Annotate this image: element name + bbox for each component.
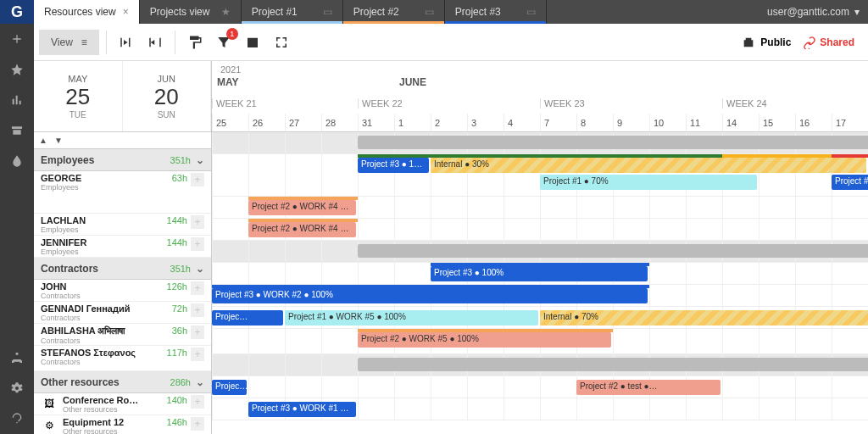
tab-bar: Resources view×Projects view★Project #1▭… [34, 0, 868, 24]
add-task-icon[interactable]: + [191, 326, 204, 339]
gantt-row[interactable]: Projec…Project #2 ● test ●… [212, 376, 868, 398]
add-task-icon[interactable]: + [191, 173, 204, 186]
task-bar[interactable]: Project #1 ● WORK #5 ● 100% [285, 310, 538, 326]
resource-row[interactable]: 🖼Conference Ro…Other resources140h+ [34, 393, 211, 415]
date-to[interactable]: JUN 20 SUN [123, 61, 212, 131]
org-icon[interactable] [0, 342, 34, 373]
archive-icon[interactable] [0, 115, 34, 146]
resource-group: Employees [41, 248, 86, 256]
public-toggle[interactable]: Public [742, 36, 791, 49]
indent-left-icon[interactable] [114, 30, 139, 55]
tab-label: Projects view [150, 6, 210, 18]
group-header[interactable]: Employees351h⌄ [34, 149, 211, 171]
gantt-row[interactable]: Project #2 ● WORK #5 ● 100% [212, 329, 868, 354]
note-icon[interactable]: ▭ [323, 6, 332, 18]
task-bar[interactable]: Project #2 ● test ●… [576, 380, 721, 395]
help-icon[interactable] [0, 403, 34, 434]
date-from[interactable]: MAY 25 TUE [34, 61, 123, 131]
view-button[interactable]: View ≡ [39, 30, 99, 55]
settings-icon[interactable] [0, 373, 34, 403]
tab[interactable]: Project #3▭ [445, 0, 547, 24]
task-bar[interactable]: Project #2 ● WORK #5 ● 100% [358, 332, 611, 348]
date-range[interactable]: MAY 25 TUE JUN 20 SUN [34, 61, 211, 132]
tab-label: Resources view [44, 6, 116, 18]
gantt-row[interactable]: Project #2 ● WORK #4 … [212, 219, 868, 241]
timeline-header: 2021 MAYJUNE WEEK 21WEEK 22WEEK 23WEEK 2… [212, 61, 868, 132]
task-bar[interactable]: Project #3 ● 1… [358, 158, 429, 173]
resource-row[interactable]: GENNADI ГеннадийContractors72h+ [34, 302, 211, 324]
chevron-down-icon[interactable]: ⌄ [196, 154, 204, 166]
add-task-icon[interactable]: + [191, 417, 204, 431]
tab[interactable]: Projects view★ [140, 0, 242, 24]
fullscreen-icon[interactable] [269, 30, 294, 55]
resource-row[interactable]: LACHLANEmployees144h+ [34, 214, 211, 236]
task-bar[interactable]: Projec… [212, 310, 283, 326]
drop-icon[interactable] [0, 146, 34, 176]
star-icon[interactable] [0, 54, 34, 85]
resource-row[interactable]: JENNIFEREmployees144h+ [34, 236, 211, 258]
day-label: 10 [649, 114, 686, 131]
week-label: WEEK 21 [212, 98, 257, 108]
note-icon[interactable]: ▭ [425, 6, 434, 18]
day-label: 8 [576, 114, 613, 131]
add-task-icon[interactable]: + [191, 303, 204, 317]
user-menu[interactable]: user@ganttic.com▾ [759, 0, 868, 24]
tab[interactable]: Resources view× [34, 0, 140, 24]
group-header[interactable]: Contractors351h⌄ [34, 258, 211, 280]
add-task-icon[interactable]: + [191, 348, 204, 361]
chart-icon[interactable] [0, 85, 34, 115]
resource-name: Conference Ro… [63, 395, 138, 405]
tab[interactable]: Project #1▭ [242, 0, 343, 24]
task-bar[interactable]: Project #3 ● 80% [832, 175, 868, 190]
resource-hours: 72h [172, 303, 187, 314]
gantt-row[interactable]: Projec…Project #1 ● WORK #5 ● 100%Intern… [212, 307, 868, 329]
task-bar[interactable]: Project #3 ● 100% [431, 266, 648, 281]
gantt-row[interactable]: Project #2 ● WORK #4 … [212, 197, 868, 219]
task-bar[interactable]: Internal ● 30% [431, 158, 866, 173]
resource-row[interactable]: STEFANOS ΣτεφανοςContractors117h+ [34, 346, 211, 371]
shared-link[interactable]: Shared [803, 36, 854, 49]
task-bar[interactable]: Project #3 ● WORK #1 … [248, 402, 356, 417]
resource-name: Equipment 12 [63, 417, 124, 427]
filter-icon[interactable]: 1 [211, 30, 236, 55]
add-icon[interactable] [0, 24, 34, 54]
gantt-row[interactable]: Project #3 ● 100% [212, 263, 868, 285]
resource-row[interactable]: GEORGEEmployees63h+ [34, 171, 211, 214]
close-icon[interactable]: × [123, 6, 129, 18]
note-icon[interactable]: ▭ [526, 6, 536, 18]
task-bar[interactable]: Projec… [212, 380, 247, 395]
gantt-row[interactable]: Project #3 ● WORK #2 ● 100% [212, 285, 868, 307]
add-task-icon[interactable]: + [191, 281, 204, 295]
day-label: 4 [504, 114, 540, 131]
gantt-row[interactable]: Project #3 ● WORK #1 … [212, 398, 868, 420]
group-header[interactable]: Other resources286h⌄ [34, 371, 211, 393]
task-bar[interactable]: Project #2 ● WORK #4 … [248, 222, 356, 237]
add-task-icon[interactable]: + [191, 395, 204, 409]
calendar-icon[interactable] [240, 30, 265, 55]
indent-right-icon[interactable] [142, 30, 168, 55]
app-logo[interactable]: G [0, 0, 34, 24]
chevron-down-icon[interactable]: ⌄ [196, 263, 204, 275]
tab[interactable]: Project #2▭ [343, 0, 445, 24]
gantt-chart[interactable]: 2021 MAYJUNE WEEK 21WEEK 22WEEK 23WEEK 2… [212, 61, 868, 434]
task-bar[interactable]: Project #2 ● WORK #4 … [248, 200, 356, 215]
paint-icon[interactable] [182, 30, 208, 55]
resource-row[interactable]: ABHILASHA अभिलाषाContractors36h+ [34, 324, 211, 346]
add-task-icon[interactable]: + [191, 237, 204, 251]
resource-group: Employees [41, 183, 81, 192]
task-bar[interactable]: Project #3 ● WORK #2 ● 100% [212, 288, 648, 303]
sort-up-icon[interactable]: ▲ [39, 136, 47, 145]
add-task-icon[interactable]: + [191, 215, 204, 229]
resource-row[interactable]: JOHNContractors126h+ [34, 280, 211, 302]
resource-row[interactable]: ⚙Equipment 12Other resources146h+ [34, 415, 211, 434]
gantt-row[interactable]: Project #3 ● 1…Internal ● 30%Project #1 … [212, 154, 868, 197]
chevron-down-icon[interactable]: ⌄ [196, 376, 204, 388]
task-bar[interactable]: Internal ● 70% [540, 310, 868, 326]
task-bar[interactable]: Project #1 ● 70% [540, 175, 757, 190]
day-label: 1 [394, 114, 431, 131]
star-icon[interactable]: ★ [221, 6, 231, 18]
group-hours: 286h [170, 377, 191, 387]
resource-hours: 117h [167, 348, 187, 358]
week-label: WEEK 23 [540, 98, 585, 108]
sort-down-icon[interactable]: ▼ [54, 136, 63, 145]
